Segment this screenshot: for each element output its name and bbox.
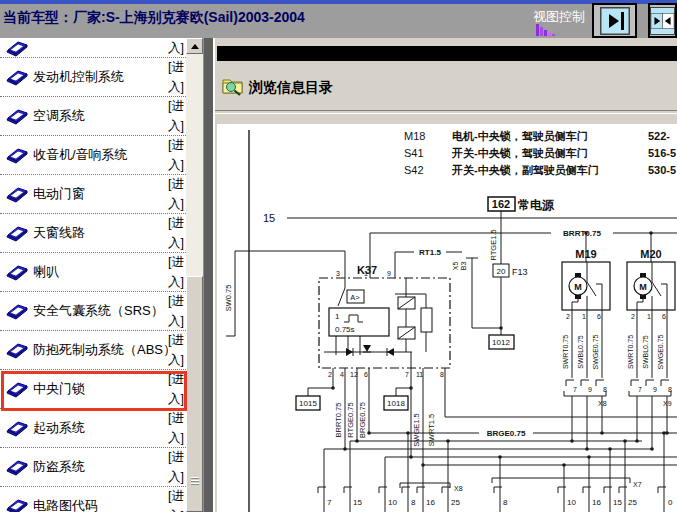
system-list-sidebar: 入] 发动机控制系统 [进入] 空调系统 [进入] 收音机/音响系统 [进入] …	[0, 38, 186, 512]
legend-id: S42	[404, 164, 424, 176]
sidebar-item-label: 防抱死制动系统（ABS）	[33, 341, 168, 359]
relay-pin: 4	[340, 371, 344, 378]
conn-pin: 8	[503, 498, 508, 507]
header-separator	[215, 110, 677, 114]
enter-link[interactable]: [进入]	[168, 253, 184, 291]
sidebar-item-srs[interactable]: 安全气囊系统（SRS） [进入]	[0, 292, 186, 331]
sidebar-item-starting-system[interactable]: 起动系统 [进入]	[0, 409, 186, 448]
sidebar-item-engine-control[interactable]: 发动机控制系统 [进入]	[0, 58, 186, 97]
conn-pin: 9	[588, 386, 592, 393]
sidebar-item-clipped[interactable]: 入]	[0, 38, 186, 58]
sidebar-item-label: 收音机/音响系统	[33, 146, 168, 164]
relay-pin: 6	[364, 371, 368, 378]
enter-link[interactable]: [进入]	[168, 175, 184, 213]
fuse-amp: 20	[497, 267, 506, 276]
enter-link[interactable]: [进入]	[168, 292, 184, 330]
enter-link[interactable]: [进入]	[168, 409, 184, 447]
wire-label: SWRT0.75	[627, 335, 634, 369]
collapse-panels-button[interactable]	[648, 3, 677, 38]
legend-id: S41	[404, 147, 424, 159]
equalizer-icon[interactable]	[536, 23, 556, 36]
sidebar-item-sunroof[interactable]: 天窗线路 [进入]	[0, 214, 186, 253]
motor-pin: 2	[566, 313, 570, 320]
relay-pin: 1	[364, 270, 368, 277]
toolbar-black-bar	[217, 46, 677, 61]
timer-pin: 1	[335, 312, 340, 321]
book-icon	[5, 419, 29, 437]
book-icon	[5, 146, 29, 164]
legend-block: M18 电机-中央锁，驾驶员侧车门 522- S41 开关-中央锁，驾驶员侧车门…	[404, 130, 676, 176]
conn-pin: 7	[638, 386, 642, 393]
motor-pin: 6	[662, 313, 666, 320]
info-header: 浏览信息目录	[217, 72, 677, 110]
enter-link[interactable]: 入]	[168, 38, 184, 57]
rail-15-label: 15	[263, 212, 275, 224]
panel-divider[interactable]	[203, 38, 213, 512]
bottom-connectors-x7: 8 10 16 15 25 X7 0	[492, 431, 673, 512]
sidebar-item-abs[interactable]: 防抱死制动系统（ABS） [进入]	[0, 331, 186, 370]
motor-pin: 2	[631, 313, 635, 320]
sidebar-item-central-locking[interactable]: 中央门锁 [进入]	[0, 370, 186, 409]
enter-link[interactable]: [进入]	[168, 331, 184, 369]
connector-x5-label: X5	[452, 262, 459, 271]
bottom-connectors-x8: 7 15 10 8 16 25 X8	[318, 431, 463, 512]
wire-label-brrt-top: BRRT0.75	[563, 229, 601, 238]
conn-pin: 16	[592, 498, 601, 507]
wire-label-sw: SW0.75	[224, 285, 233, 312]
sidebar-item-antitheft[interactable]: 防盗系统 [进入]	[0, 448, 186, 487]
scroll-up-button[interactable]	[186, 38, 203, 54]
legend-page: 530-5	[648, 164, 676, 176]
book-icon	[5, 302, 29, 320]
book-icon	[5, 380, 29, 398]
enter-link[interactable]: [进入]	[168, 370, 184, 408]
wiring-diagram-page: M18 电机-中央锁，驾驶员侧车门 522- S41 开关-中央锁，驾驶员侧车门…	[217, 124, 677, 512]
legend-desc: 开关-中央锁，驾驶员侧车门	[451, 147, 588, 159]
legend-id: M18	[404, 130, 425, 142]
book-icon	[5, 224, 29, 242]
conn-pin: 15	[353, 498, 362, 507]
motor-symbol: M	[639, 282, 647, 292]
enter-link[interactable]: [进入]	[168, 136, 184, 174]
connector-b3-label: B3	[460, 262, 467, 271]
relay-pin: 11	[416, 371, 423, 378]
book-icon	[5, 263, 29, 281]
enter-link[interactable]: [进入]	[168, 448, 184, 486]
window-top-strip	[0, 0, 677, 4]
sidebar-item-wiring-codes[interactable]: 电路图代码 [进入]	[0, 487, 186, 512]
enter-link[interactable]: [进入]	[168, 58, 184, 96]
relay-pin: 2	[328, 371, 332, 378]
sidebar-item-horn[interactable]: 喇叭 [进入]	[0, 253, 186, 292]
conn-pin: 10	[388, 498, 397, 507]
expand-right-button[interactable]	[592, 3, 637, 38]
sidebar-item-label: 电动门窗	[33, 185, 168, 203]
sidebar-item-power-windows[interactable]: 电动门窗 [进入]	[0, 175, 186, 214]
amplifier-symbol: A>	[350, 293, 360, 302]
browse-folder-search-icon	[222, 76, 244, 96]
wire-label-rtge075: RTGE0.75	[346, 402, 355, 437]
scrollbar-thumb[interactable]	[186, 276, 203, 512]
motor-label: M20	[640, 248, 661, 260]
ground-box-1018: 1018	[387, 399, 405, 408]
sidebar-item-ac-system[interactable]: 空调系统 [进入]	[0, 97, 186, 136]
connector-x7-label: X7	[633, 481, 642, 488]
sidebar-item-label: 喇叭	[33, 263, 168, 281]
sidebar-item-label: 防盗系统	[33, 458, 168, 476]
motor-pin: 1	[582, 313, 586, 320]
conn-pin: 10	[567, 498, 576, 507]
relay-pin: 7	[405, 371, 409, 378]
sidebar-item-radio-audio[interactable]: 收音机/音响系统 [进入]	[0, 136, 186, 175]
relay-k37-box	[319, 278, 450, 368]
collapse-panels-icon	[650, 7, 675, 35]
ground-box-1012: 1012	[492, 338, 510, 347]
title-bar: 当前车型：厂家:S-上海别克赛欧(Sail)2003-2004 视图控制	[0, 0, 677, 38]
enter-link[interactable]: [进入]	[168, 487, 184, 512]
enter-link[interactable]: [进入]	[168, 214, 184, 252]
thumb-grip	[191, 477, 199, 486]
timer-value: 0.75s	[335, 325, 355, 334]
sidebar-item-label: 天窗线路	[33, 224, 168, 242]
legend-desc: 开关-中央锁，副驾驶员侧车门	[451, 164, 599, 176]
wire-label: SWRT0.75	[562, 335, 569, 369]
book-icon	[5, 185, 29, 203]
sidebar-scrollbar[interactable]	[186, 38, 203, 512]
enter-link[interactable]: [进入]	[168, 97, 184, 135]
